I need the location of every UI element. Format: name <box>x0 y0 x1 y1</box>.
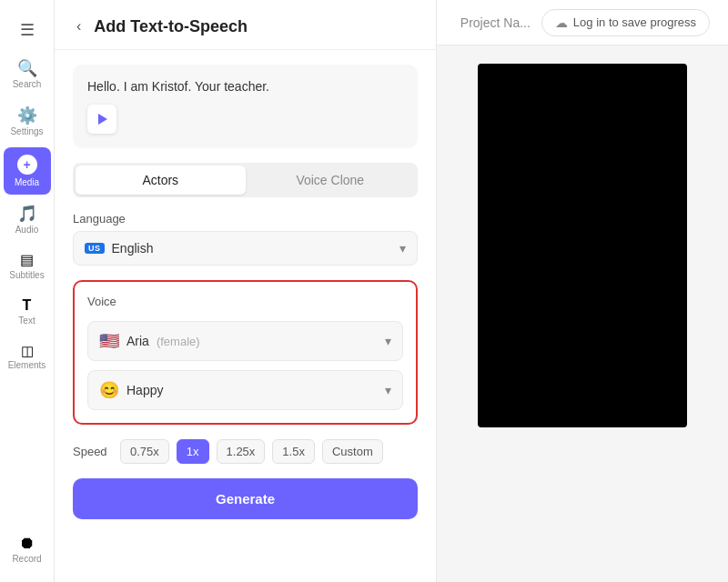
language-dropdown[interactable]: US English ▾ <box>73 231 418 266</box>
text-icon: T <box>23 298 32 313</box>
speed-125x[interactable]: 1.25x <box>217 439 266 464</box>
speed-075x[interactable]: 0.75x <box>120 439 169 464</box>
back-button[interactable]: ‹ <box>73 15 85 38</box>
chevron-down-icon: ▾ <box>399 241 406 256</box>
record-icon: ⏺ <box>19 535 35 551</box>
panel-header: ‹ Add Text-to-Speech <box>55 0 436 50</box>
speed-1x[interactable]: 1x <box>177 439 209 464</box>
elements-icon: ◫ <box>21 344 34 357</box>
sidebar-item-label: Elements <box>8 360 46 370</box>
mood-name: Happy <box>126 383 163 397</box>
voice-dropdown[interactable]: 🇺🇸 Aria (female) ▾ <box>87 321 403 361</box>
canvas-topbar: Project Na... ☁ Log in to save progress <box>437 0 728 45</box>
speed-15x[interactable]: 1.5x <box>272 439 315 464</box>
search-icon: 🔍 <box>17 60 37 76</box>
voice-item-left: 🇺🇸 Aria (female) <box>99 331 200 351</box>
sidebar-item-label: Text <box>18 316 35 326</box>
sidebar-item-media[interactable]: + Media <box>4 147 51 195</box>
sidebar-item-label: Media <box>15 177 39 187</box>
sidebar-item-label: Audio <box>15 225 39 235</box>
speed-custom[interactable]: Custom <box>322 439 383 464</box>
sidebar-item-label: Subtitles <box>9 270 44 280</box>
settings-icon: ⚙️ <box>17 107 37 124</box>
voice-section-label: Voice <box>87 295 403 308</box>
cloud-icon: ☁ <box>555 15 568 30</box>
text-preview-box: Hello. I am Kristof. Your teacher. <box>73 65 418 148</box>
sidebar-item-search[interactable]: 🔍 Search <box>4 53 51 96</box>
chevron-down-icon: ▾ <box>385 383 391 397</box>
subtitles-icon: ▤ <box>20 253 34 267</box>
mood-dropdown[interactable]: 😊 Happy ▾ <box>87 370 403 410</box>
speed-section: Speed 0.75x 1x 1.25x 1.5x Custom <box>73 439 418 464</box>
sidebar-item-label: Settings <box>10 126 43 136</box>
language-value: English <box>112 241 154 256</box>
canvas-content <box>437 45 728 582</box>
main-panel: ‹ Add Text-to-Speech Hello. I am Kristof… <box>55 0 437 582</box>
sidebar-item-elements[interactable]: ◫ Elements <box>4 336 51 377</box>
mood-emoji-icon: 😊 <box>99 380 119 400</box>
media-icon: + <box>17 155 37 175</box>
page-title: Add Text-to-Speech <box>94 17 248 36</box>
menu-icon[interactable]: ☰ <box>15 11 40 49</box>
us-flag-badge: US <box>85 243 105 254</box>
login-label: Log in to save progress <box>573 15 696 29</box>
panel-body: Hello. I am Kristof. Your teacher. Actor… <box>55 50 436 534</box>
language-section: Language US English ▾ <box>73 212 418 266</box>
sidebar: ☰ 🔍 Search ⚙️ Settings + Media 🎵 Audio ▤… <box>0 0 55 582</box>
audio-icon: 🎵 <box>17 206 37 222</box>
voice-sub: (female) <box>157 335 200 348</box>
generate-button[interactable]: Generate <box>73 478 418 519</box>
sidebar-item-label: Record <box>12 554 41 564</box>
language-label: Language <box>73 212 418 226</box>
language-dropdown-left: US English <box>85 241 153 256</box>
voice-flag-icon: 🇺🇸 <box>99 331 119 351</box>
sidebar-item-record[interactable]: ⏺ Record <box>4 527 51 571</box>
text-content: Hello. I am Kristof. Your teacher. <box>87 79 403 94</box>
tab-actors[interactable]: Actors <box>76 166 246 195</box>
tab-voice-clone[interactable]: Voice Clone <box>246 166 416 195</box>
voice-section: Voice 🇺🇸 Aria (female) ▾ 😊 Happy ▾ <box>73 280 418 425</box>
sidebar-item-label: Search <box>13 79 42 89</box>
sidebar-item-text[interactable]: T Text <box>4 291 51 333</box>
sidebar-item-audio[interactable]: 🎵 Audio <box>4 198 51 242</box>
video-canvas <box>478 64 687 427</box>
sidebar-item-settings[interactable]: ⚙️ Settings <box>4 100 51 144</box>
sidebar-item-subtitles[interactable]: ▤ Subtitles <box>4 246 51 287</box>
login-button[interactable]: ☁ Log in to save progress <box>541 9 710 36</box>
play-button[interactable] <box>87 105 116 134</box>
voice-name: Aria <box>126 334 149 348</box>
mood-item-left: 😊 Happy <box>99 380 163 400</box>
chevron-down-icon: ▾ <box>385 334 391 348</box>
canvas-area: Project Na... ☁ Log in to save progress <box>437 0 728 582</box>
play-triangle-icon <box>98 114 107 125</box>
project-name: Project Na... <box>460 15 531 30</box>
tabs-container: Actors Voice Clone <box>73 163 418 197</box>
speed-label: Speed <box>73 445 113 458</box>
